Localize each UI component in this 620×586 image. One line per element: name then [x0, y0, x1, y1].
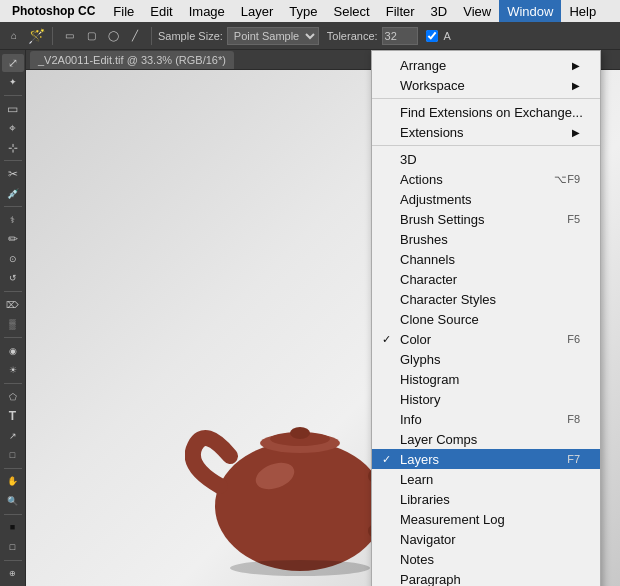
- menu-item-notes[interactable]: Notes: [372, 549, 600, 569]
- menu-item-measurement-log[interactable]: Measurement Log: [372, 509, 600, 529]
- window-dropdown-menu: Arrange▶Workspace▶Find Extensions on Exc…: [371, 50, 601, 586]
- tool-magic-wand[interactable]: ⊹: [2, 139, 24, 157]
- menu-item-label: Layers: [400, 452, 439, 467]
- tool-history-brush[interactable]: ↺: [2, 270, 24, 288]
- submenu-arrow-icon: ▶: [572, 60, 580, 71]
- menu-item-adjustments[interactable]: Adjustments: [372, 189, 600, 209]
- anti-alias-label: A: [444, 30, 451, 42]
- tool-gradient[interactable]: ▒: [2, 316, 24, 334]
- menu-item-color[interactable]: ✓ColorF6: [372, 329, 600, 349]
- app-logo[interactable]: Photoshop CC: [8, 0, 105, 22]
- tool-move[interactable]: ⤢: [2, 54, 24, 72]
- tool-foreground-color[interactable]: ■: [2, 519, 24, 537]
- tool-wand[interactable]: ✦: [2, 74, 24, 92]
- menu-item-label: Glyphs: [400, 352, 440, 367]
- svg-point-5: [230, 560, 370, 576]
- tool-blur[interactable]: ◉: [2, 342, 24, 360]
- tool-sep-8: [4, 514, 22, 515]
- tool-sep-9: [4, 560, 22, 561]
- menu-item-clone-source[interactable]: Clone Source: [372, 309, 600, 329]
- tool-shape[interactable]: □: [2, 446, 24, 464]
- menu-item-brushes[interactable]: Brushes: [372, 229, 600, 249]
- tool-eyedropper[interactable]: 💉: [2, 185, 24, 203]
- menu-item-label: History: [400, 392, 440, 407]
- menu-item-actions[interactable]: Actions⌥F9: [372, 169, 600, 189]
- menu-filter[interactable]: Filter: [378, 0, 423, 22]
- toolbar-sep-2: [151, 27, 152, 45]
- sample-size-label: Sample Size:: [158, 30, 223, 42]
- tool-eraser[interactable]: ⌦: [2, 296, 24, 314]
- menu-item-learn[interactable]: Learn: [372, 469, 600, 489]
- menu-item-find-extensions-on-exchange---[interactable]: Find Extensions on Exchange...: [372, 102, 600, 122]
- menu-item-label: Learn: [400, 472, 433, 487]
- menu-item-paragraph[interactable]: Paragraph: [372, 569, 600, 586]
- tool-pen[interactable]: ⬠: [2, 388, 24, 406]
- tools-panel: ⤢ ✦ ▭ ⌖ ⊹ ✂ 💉 ⚕ ✏ ⊙ ↺ ⌦ ▒ ◉ ☀ ⬠ T ↗ □ ✋ …: [0, 50, 26, 586]
- menu-item-channels[interactable]: Channels: [372, 249, 600, 269]
- tool-zoom[interactable]: 🔍: [2, 492, 24, 510]
- menu-item-arrange[interactable]: Arrange▶: [372, 55, 600, 75]
- menu-item-label: Histogram: [400, 372, 459, 387]
- menu-window[interactable]: Window: [499, 0, 561, 22]
- menu-shortcut: F8: [567, 413, 580, 425]
- menu-item-layer-comps[interactable]: Layer Comps: [372, 429, 600, 449]
- menu-item-3d[interactable]: 3D: [372, 149, 600, 169]
- svg-point-0: [215, 441, 385, 571]
- menu-item-character[interactable]: Character: [372, 269, 600, 289]
- tool-healing[interactable]: ⚕: [2, 211, 24, 229]
- tool-sep-5: [4, 337, 22, 338]
- menu-item-extensions[interactable]: Extensions▶: [372, 122, 600, 142]
- tool-marquee[interactable]: ▭: [2, 100, 24, 118]
- tool-crop[interactable]: ✂: [2, 165, 24, 183]
- menu-item-layers[interactable]: ✓LayersF7: [372, 449, 600, 469]
- menu-item-label: Brush Settings: [400, 212, 485, 227]
- menu-item-brush-settings[interactable]: Brush SettingsF5: [372, 209, 600, 229]
- toolbar-rect-btn[interactable]: ▭: [59, 26, 79, 46]
- tool-dodge[interactable]: ☀: [2, 361, 24, 379]
- menu-3d[interactable]: 3D: [423, 0, 456, 22]
- menu-bar: Photoshop CC File Edit Image Layer Type …: [0, 0, 620, 22]
- menu-item-histogram[interactable]: Histogram: [372, 369, 600, 389]
- tool-clone[interactable]: ⊙: [2, 250, 24, 268]
- menu-item-label: Character Styles: [400, 292, 496, 307]
- submenu-arrow-icon: ▶: [572, 127, 580, 138]
- tool-hand[interactable]: ✋: [2, 473, 24, 491]
- menu-layer[interactable]: Layer: [233, 0, 282, 22]
- menu-type[interactable]: Type: [281, 0, 325, 22]
- menu-image[interactable]: Image: [181, 0, 233, 22]
- toolbar-line-btn[interactable]: ╱: [125, 26, 145, 46]
- menu-item-info[interactable]: InfoF8: [372, 409, 600, 429]
- tool-path-selection[interactable]: ↗: [2, 427, 24, 445]
- toolbar-rounded-rect-btn[interactable]: ▢: [81, 26, 101, 46]
- anti-alias-checkbox[interactable]: [426, 30, 438, 42]
- menu-help[interactable]: Help: [561, 0, 604, 22]
- tool-sep-1: [4, 95, 22, 96]
- menu-item-glyphs[interactable]: Glyphs: [372, 349, 600, 369]
- menu-item-navigator[interactable]: Navigator: [372, 529, 600, 549]
- toolbar-magic-wand-btn[interactable]: 🪄: [26, 26, 46, 46]
- menu-edit[interactable]: Edit: [142, 0, 180, 22]
- menu-item-libraries[interactable]: Libraries: [372, 489, 600, 509]
- menu-item-label: Arrange: [400, 58, 446, 73]
- menu-item-label: Workspace: [400, 78, 465, 93]
- tool-extra[interactable]: ⊕: [2, 564, 24, 582]
- menu-view[interactable]: View: [455, 0, 499, 22]
- menu-file[interactable]: File: [105, 0, 142, 22]
- tool-type[interactable]: T: [2, 407, 24, 425]
- canvas-area: _V2A0011-Edit.tif @ 33.3% (RGB/16*): [26, 50, 620, 586]
- tolerance-input[interactable]: [382, 27, 418, 45]
- tool-lasso[interactable]: ⌖: [2, 119, 24, 137]
- menu-item-label: Find Extensions on Exchange...: [400, 105, 583, 120]
- menu-item-label: Libraries: [400, 492, 450, 507]
- menu-item-character-styles[interactable]: Character Styles: [372, 289, 600, 309]
- sample-size-select[interactable]: Point Sample: [227, 27, 319, 45]
- menu-select[interactable]: Select: [326, 0, 378, 22]
- canvas-tab[interactable]: _V2A0011-Edit.tif @ 33.3% (RGB/16*): [30, 51, 234, 69]
- toolbar-home-btn[interactable]: ⌂: [4, 26, 24, 46]
- tool-brush[interactable]: ✏: [2, 231, 24, 249]
- toolbar-circle-btn[interactable]: ◯: [103, 26, 123, 46]
- menu-shortcut: F5: [567, 213, 580, 225]
- menu-item-history[interactable]: History: [372, 389, 600, 409]
- menu-item-workspace[interactable]: Workspace▶: [372, 75, 600, 95]
- tool-background-color[interactable]: □: [2, 538, 24, 556]
